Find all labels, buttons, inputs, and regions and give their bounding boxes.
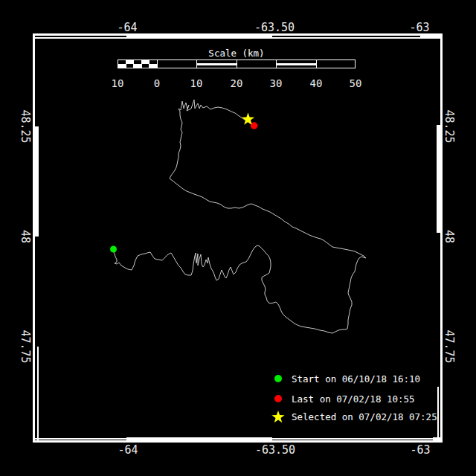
axis-tick-label-right: 47.75 [443, 329, 456, 363]
map-plot-window: -64 -63.50 -63 -64 -63.50 -63 48.25 48 4… [0, 0, 476, 476]
axis-tick-label-left: 47.75 [19, 329, 32, 363]
scale-bar-title: Scale (km) [208, 48, 264, 59]
scale-bar-tick-label: 20 [231, 77, 243, 89]
scale-bar-tick-label: 0 [154, 77, 160, 89]
scale-bar-tick-label: 10 [112, 77, 124, 89]
axis-tick-label-right: 48 [443, 230, 456, 243]
legend-label-selected: Selected on 07/02/18 07:25 [292, 411, 437, 422]
scale-bar-tick-label: 30 [270, 77, 283, 89]
frame-tick-segment [420, 33, 441, 39]
scale-bar-tick-label: 10 [190, 77, 203, 89]
track-path[interactable] [113, 100, 366, 333]
axis-tick-label-top: -63.50 [254, 21, 295, 34]
axis-tick-label-top: -64 [117, 21, 137, 34]
plot-canvas[interactable] [0, 0, 476, 476]
axis-tick-label-left: 48 [19, 230, 32, 243]
axis-tick-label-top: -63 [409, 21, 429, 34]
frame-tick-segment [126, 437, 272, 443]
frame-tick-segment [33, 126, 39, 237]
legend-marker-start [274, 375, 282, 382]
frame-tick-segment [126, 33, 272, 39]
start-marker[interactable] [110, 246, 117, 253]
axis-tick-label-bottom: -63 [410, 443, 430, 457]
axis-tick-label-right: 48.25 [443, 109, 456, 143]
legend-label-start: Start on 06/10/18 16:10 [292, 373, 420, 385]
last-marker[interactable] [251, 122, 257, 129]
axis-tick-label-bottom: -64 [118, 443, 138, 457]
axis-tick-label-bottom: -63.50 [255, 443, 295, 457]
legend-label-last: Last on 07/02/18 10:55 [292, 393, 415, 405]
scale-bar-tick-label: 40 [310, 77, 323, 89]
legend-marker-last [274, 395, 282, 402]
axis-tick-label-left: 48.25 [19, 109, 32, 143]
scale-bar-tick-label: 50 [350, 77, 362, 89]
frame-tick-segment [433, 437, 441, 443]
frame-tick-segment [437, 125, 443, 233]
scale-bar [118, 60, 356, 68]
legend-marker-selected-star-icon [271, 411, 284, 422]
